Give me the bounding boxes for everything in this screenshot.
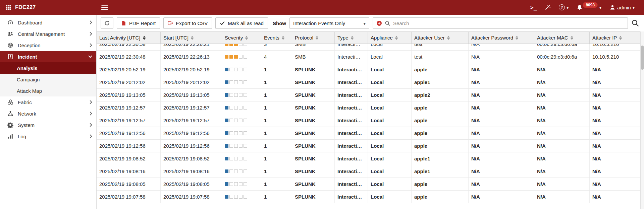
cell-last-activity: 2025/02/19 20:52:19 <box>97 63 161 76</box>
pdf-file-icon <box>121 20 126 26</box>
severity-square-filled <box>225 169 228 173</box>
sidebar-item-log[interactable]: Log <box>0 131 96 142</box>
sidebar-item-fabric[interactable]: Fabric <box>0 96 96 108</box>
sort-icon <box>619 36 622 40</box>
severity-square-empty <box>229 80 233 84</box>
notifications-menu[interactable]: 8093 <box>577 4 601 10</box>
incident-row[interactable]: 2025/02/19 20:52:192025/02/19 20:52:191S… <box>97 63 640 76</box>
sort-icon <box>191 36 194 40</box>
sidebar-item-campaign[interactable]: Campaign <box>0 74 96 85</box>
sidebar-item-dashboard[interactable]: Dashboard <box>0 17 96 28</box>
incident-row[interactable]: 2025/02/19 22:30:482025/02/19 22:26:134S… <box>97 51 640 63</box>
sidebar-item-label: System <box>18 122 35 128</box>
help-menu[interactable] <box>559 4 569 10</box>
sidebar-item-label: Network <box>18 111 36 117</box>
pdf-report-button[interactable]: PDF Report <box>117 17 160 29</box>
cell-start: 2025/02/19 19:12:56 <box>161 140 222 152</box>
sidebar-item-analysis[interactable]: Analysis <box>0 62 96 74</box>
column-header-attacker-password[interactable]: Attacker Password <box>469 32 534 44</box>
add-filter-icon[interactable] <box>376 20 382 26</box>
cell-attacker-password: N/A <box>469 178 534 190</box>
cell-attacker-mac: N/A <box>534 127 590 139</box>
incident-row[interactable]: 2025/02/19 19:08:162025/02/19 19:08:161S… <box>97 165 640 178</box>
column-header-attacker-ip[interactable]: Attacker IP <box>590 32 640 44</box>
cell-attacker-password: N/A <box>469 114 534 127</box>
scrollbar-thumb[interactable] <box>641 46 644 70</box>
incident-row[interactable]: 2025/02/19 19:08:052025/02/19 19:08:051S… <box>97 178 640 191</box>
incident-row[interactable]: 2025/02/19 19:12:572025/02/19 19:12:571S… <box>97 114 640 127</box>
search-panel-button[interactable] <box>631 19 639 27</box>
sidebar-item-central-management[interactable]: Central Management <box>0 28 96 40</box>
cell-attacker-user: apple1 <box>412 76 469 88</box>
cell-start: 2025/02/19 19:07:58 <box>161 191 222 203</box>
sidebar-item-deception[interactable]: Deception <box>0 40 96 51</box>
sidebar: DashboardCentral ManagementDeceptionInci… <box>0 15 97 209</box>
cell-attacker-ip: N/A <box>590 89 640 101</box>
cell-events: 1 <box>261 127 292 139</box>
export-csv-button[interactable]: Export to CSV <box>163 17 212 29</box>
incident-row[interactable]: 2025/02/19 19:08:522025/02/19 19:08:521S… <box>97 152 640 165</box>
incident-row[interactable]: 2025/02/19 19:12:562025/02/19 19:12:561S… <box>97 140 640 152</box>
column-header-type[interactable]: Type <box>335 32 368 44</box>
show-filter-select[interactable]: Interaction Events Only <box>289 17 369 29</box>
cell-attacker-password: N/A <box>469 76 534 88</box>
severity-square-empty <box>234 169 238 173</box>
severity-square-empty <box>229 106 233 110</box>
cell-type: Interacti… <box>335 152 368 165</box>
cli-console-button[interactable] <box>530 4 537 11</box>
incident-row[interactable]: 2025/02/19 20:12:022025/02/19 20:12:021S… <box>97 76 640 89</box>
search-input[interactable] <box>393 20 624 26</box>
column-header-last-activity-utc[interactable]: Last Activity [UTC] <box>97 32 161 44</box>
cell-attacker-password: N/A <box>469 63 534 76</box>
cell-attacker-password: N/A <box>469 89 534 101</box>
sort-icon <box>282 36 284 40</box>
cell-attacker-mac: 00:0c:29:c3:d0:6a <box>534 44 590 50</box>
setup-wizard-button[interactable] <box>545 4 551 10</box>
sidebar-item-attack-map[interactable]: Attack Map <box>0 85 96 96</box>
sidebar-item-system[interactable]: System <box>0 119 96 131</box>
sidebar-item-label: Analysis <box>17 65 38 71</box>
mark-all-read-button[interactable]: Mark all as read <box>215 17 268 29</box>
incident-row[interactable]: 2025/02/19 19:07:582025/02/19 19:07:581S… <box>97 191 640 203</box>
cell-attacker-user: apple <box>412 114 469 127</box>
incident-row[interactable]: 2025/02/19 22:30:582025/02/19 22:26:213S… <box>97 44 640 51</box>
cell-attacker-mac: N/A <box>534 191 590 203</box>
sidebar-item-network[interactable]: Network <box>0 108 96 119</box>
chevron-right-icon <box>88 112 92 115</box>
column-header-attacker-user[interactable]: Attacker User <box>412 32 469 44</box>
export-csv-icon <box>168 20 173 26</box>
refresh-button[interactable] <box>101 17 113 29</box>
cell-attacker-mac: N/A <box>534 152 590 165</box>
column-header-severity[interactable]: Severity <box>222 32 261 44</box>
column-header-appliance[interactable]: Appliance <box>368 32 412 44</box>
user-menu[interactable]: admin <box>609 4 635 10</box>
fabric-icon <box>7 99 13 105</box>
cell-attacker-user: test <box>412 51 469 63</box>
column-header-start-utc[interactable]: Start [UTC] <box>161 32 222 44</box>
apps-grid-icon[interactable] <box>5 4 11 10</box>
severity-square-filled <box>225 44 228 46</box>
sort-icon <box>351 36 354 40</box>
system-gear-icon <box>7 122 13 128</box>
sidebar-item-incident[interactable]: Incident <box>0 51 96 62</box>
column-header-attacker-mac[interactable]: Attacker MAC <box>534 32 590 44</box>
severity-square-empty <box>239 182 243 186</box>
show-label: Show <box>273 20 286 26</box>
incident-row[interactable]: 2025/02/19 19:13:052025/02/19 19:13:051S… <box>97 89 640 101</box>
column-header-events[interactable]: Events <box>261 32 292 44</box>
cell-protocol: SMB <box>292 51 335 63</box>
cell-protocol: SPLUNK <box>292 89 335 101</box>
incident-row[interactable]: 2025/02/19 19:12:572025/02/19 19:12:571S… <box>97 101 640 114</box>
vertical-scrollbar[interactable] <box>640 31 644 209</box>
cell-attacker-mac: 00:0c:29:c3:d0:6a <box>534 51 590 63</box>
severity-square-empty <box>234 106 238 110</box>
cell-attacker-user: apple <box>412 127 469 139</box>
sort-icon <box>447 36 450 40</box>
column-header-protocol[interactable]: Protocol <box>292 32 335 44</box>
incident-row[interactable]: 2025/02/19 19:12:562025/02/19 19:12:561S… <box>97 127 640 140</box>
severity-square-filled <box>225 68 228 71</box>
column-label: Start [UTC] <box>163 35 189 41</box>
sidebar-toggle-button[interactable] <box>101 5 108 10</box>
network-icon <box>7 111 13 117</box>
search-icon <box>385 20 390 26</box>
